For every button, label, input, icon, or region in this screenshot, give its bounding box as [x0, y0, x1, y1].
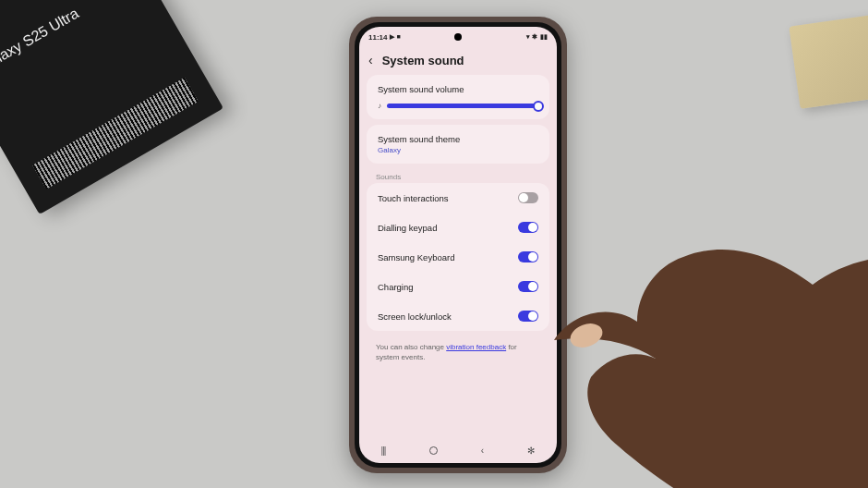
nav-assistant-icon[interactable]: ✻: [527, 445, 535, 456]
status-right-icons: ▾ ✱: [526, 33, 537, 41]
toggle-label: Screen lock/unlock: [378, 311, 452, 322]
toggle-row-touch: Touch interactions: [367, 183, 549, 213]
wooden-block: [789, 11, 868, 109]
barcode-graphic: [32, 78, 199, 189]
theme-card[interactable]: System sound theme Galaxy: [367, 125, 549, 164]
phone-screen: 11:14 ▶ ■ ▾ ✱ ▮▮ ‹ System sound System s…: [359, 27, 557, 463]
toggle-label: Dialling keypad: [378, 223, 437, 233]
toggle-row-dialling: Dialling keypad: [367, 213, 549, 242]
toggle-samsung-keyboard[interactable]: [518, 251, 538, 262]
nav-back-icon[interactable]: ‹: [481, 445, 484, 456]
toggle-list: Touch interactions Dialling keypad Samsu…: [367, 183, 549, 331]
back-icon[interactable]: ‹: [368, 53, 373, 67]
product-box-label: Galaxy S25 Ultra: [0, 5, 81, 75]
page-header: ‹ System sound: [359, 47, 557, 75]
nav-bar: ||| ‹ ✻: [359, 437, 557, 463]
volume-label: System sound volume: [378, 84, 538, 94]
svg-point-0: [567, 320, 606, 352]
toggle-dialling-keypad[interactable]: [518, 222, 538, 233]
volume-slider-thumb[interactable]: [533, 101, 544, 112]
volume-slider[interactable]: [387, 104, 538, 108]
toggle-touch-interactions[interactable]: [518, 192, 538, 203]
volume-icon: ♪: [378, 102, 381, 110]
footer-note: You can also change vibration feedback f…: [359, 331, 557, 373]
toggle-row-charging: Charging: [367, 272, 549, 301]
battery-icon: ▮▮: [540, 33, 548, 41]
toggle-label: Charging: [378, 282, 414, 292]
camera-hole: [454, 33, 462, 41]
theme-value: Galaxy: [378, 146, 538, 154]
footer-prefix: You can also change: [376, 343, 446, 351]
phone-frame: 11:14 ▶ ■ ▾ ✱ ▮▮ ‹ System sound System s…: [349, 17, 567, 473]
nav-recents-icon[interactable]: |||: [381, 445, 386, 456]
theme-label: System sound theme: [378, 134, 538, 144]
page-title: System sound: [382, 54, 464, 67]
toggle-row-keyboard: Samsung Keyboard: [367, 242, 549, 272]
toggle-label: Touch interactions: [378, 193, 449, 203]
status-time: 11:14: [368, 33, 387, 42]
nav-home-icon[interactable]: [429, 446, 438, 455]
section-label: Sounds: [359, 169, 557, 183]
toggle-row-screenlock: Screen lock/unlock: [367, 301, 549, 331]
volume-card: System sound volume ♪: [367, 75, 549, 119]
vibration-feedback-link[interactable]: vibration feedback: [446, 343, 506, 351]
status-left-icons: ▶ ■: [390, 33, 400, 41]
toggle-screen-lock[interactable]: [518, 311, 538, 322]
toggle-label: Samsung Keyboard: [378, 252, 454, 262]
toggle-charging[interactable]: [518, 281, 538, 292]
product-box: Galaxy S25 Ultra: [0, 0, 223, 214]
